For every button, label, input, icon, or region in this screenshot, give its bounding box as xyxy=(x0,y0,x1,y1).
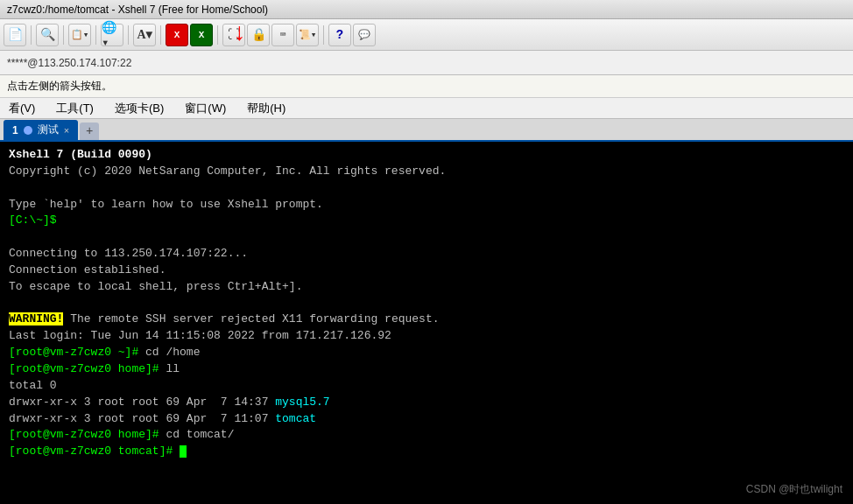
tab-number: 1 xyxy=(12,124,18,136)
separator-4 xyxy=(128,25,129,45)
menu-tabs[interactable]: 选项卡(B) xyxy=(109,99,169,118)
separator-5 xyxy=(160,25,161,45)
address-bar: *****@113.250.174.107:22 xyxy=(0,51,853,75)
terminal-cmd-1: [root@vm-z7cwz0 ~]# cd /home xyxy=(9,345,844,361)
separator-6 xyxy=(217,25,218,45)
help-button[interactable]: ? xyxy=(328,24,351,46)
terminal-line-8: total 0 xyxy=(9,378,844,395)
terminal-prompt-1: [C:\~]$ xyxy=(9,213,844,229)
terminal-line-1: Xshell 7 (Build 0090) xyxy=(9,147,844,164)
terminal-line-blank-2 xyxy=(9,229,844,246)
title-bar: z7cwz0:/home/tomcat - Xshell 7 (Free for… xyxy=(0,0,853,19)
address-text: *****@113.250.174.107:22 xyxy=(7,57,131,69)
tab-indicator xyxy=(24,126,32,135)
separator-7 xyxy=(323,25,324,45)
title-text: z7cwz0:/home/tomcat - Xshell 7 (Free for… xyxy=(7,4,268,16)
fullscreen-button[interactable]: ⛶ xyxy=(222,24,245,46)
font-button[interactable]: A▾ xyxy=(133,24,156,46)
new-tab-button[interactable]: + xyxy=(80,122,99,140)
terminal-line-blank-1 xyxy=(9,180,844,197)
instruction-text: 点击左侧的箭头按钮。 xyxy=(7,79,112,94)
terminal[interactable]: Xshell 7 (Build 0090) Copyright (c) 2020… xyxy=(0,142,853,504)
terminal-line-5: Connection established. xyxy=(9,262,844,279)
separator-1 xyxy=(31,25,32,45)
xftp-button[interactable]: X xyxy=(166,24,188,46)
terminal-warning: WARNING! The remote SSH server rejected … xyxy=(9,312,844,328)
terminal-line-6: To escape to local shell, press Ctrl+Alt… xyxy=(9,279,844,296)
session-button[interactable]: 🌐▾ xyxy=(101,24,123,46)
main-wrapper: Xshell 7 (Build 0090) Copyright (c) 2020… xyxy=(0,142,853,504)
terminal-line-2: Copyright (c) 2020 NetSarang Computer, I… xyxy=(9,164,844,180)
terminal-dir-tomcat: drwxr-xr-x 3 root root 69 Apr 7 11:07 to… xyxy=(9,411,844,428)
toolbar: 📄 🔍 📋▾ 🌐▾ A▾ X X ⛶ 🔒 ⌨ 📜▾ ? 💬 ↑ xyxy=(0,19,853,51)
terminal-line-4: Connecting to 113.250.174.107:22... xyxy=(9,246,844,262)
session-tab[interactable]: 1 测试 × xyxy=(4,120,78,140)
terminal-line-7: Last login: Tue Jun 14 11:15:08 2022 fro… xyxy=(9,328,844,345)
script-button[interactable]: 📜▾ xyxy=(296,24,319,46)
copy-button[interactable]: 📋▾ xyxy=(68,24,91,46)
terminal-cmd-3: [root@vm-z7cwz0 home]# cd tomcat/ xyxy=(9,427,844,444)
lock-button[interactable]: 🔒 xyxy=(247,24,270,46)
tab-label: 测试 xyxy=(38,122,59,137)
menu-tools[interactable]: 工具(T) xyxy=(51,99,99,118)
chat-button[interactable]: 💬 xyxy=(353,24,376,46)
tab-bar: 1 测试 × + xyxy=(0,119,853,142)
menu-help[interactable]: 帮助(H) xyxy=(242,99,291,118)
separator-2 xyxy=(63,25,64,45)
terminal-cmd-2: [root@vm-z7cwz0 home]# ll xyxy=(9,361,844,378)
tab-close-button[interactable]: × xyxy=(64,125,69,136)
search-button[interactable]: 🔍 xyxy=(36,24,59,46)
terminal-cursor-line: [root@vm-z7cwz0 tomcat]# xyxy=(9,444,844,460)
new-session-button[interactable]: 📄 xyxy=(4,24,26,46)
terminal-line-blank-3 xyxy=(9,296,844,312)
terminal-line-3: Type `help' to learn how to use Xshell p… xyxy=(9,197,844,214)
xshell-button[interactable]: X xyxy=(190,24,213,46)
menu-bar: 看(V) 工具(T) 选项卡(B) 窗口(W) 帮助(H) xyxy=(0,98,853,119)
menu-window[interactable]: 窗口(W) xyxy=(180,99,231,118)
terminal-cursor xyxy=(180,445,187,458)
menu-view[interactable]: 看(V) xyxy=(4,99,40,118)
keyboard-button[interactable]: ⌨ xyxy=(271,24,294,46)
separator-3 xyxy=(95,25,96,45)
instruction-bar: 点击左侧的箭头按钮。 xyxy=(0,75,853,98)
terminal-dir-mysql: drwxr-xr-x 3 root root 69 Apr 7 14:37 my… xyxy=(9,395,844,411)
